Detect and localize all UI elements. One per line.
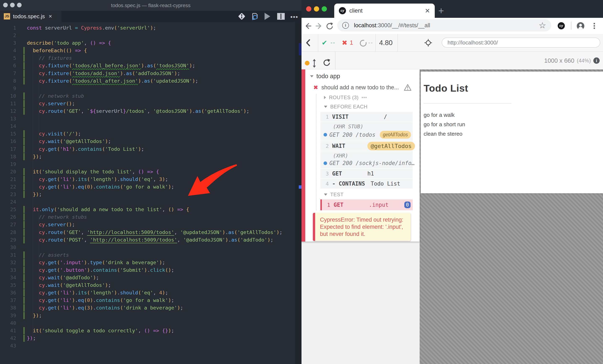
code-line[interactable]: 14 bbox=[0, 123, 295, 130]
test-section[interactable]: TEST bbox=[316, 191, 420, 198]
traffic-light-close-icon[interactable] bbox=[306, 6, 311, 11]
code-editor[interactable]: 1const serverUrl = Cypress.env('serverUr… bbox=[0, 24, 295, 350]
caret-right-icon[interactable] bbox=[324, 96, 326, 99]
code-line[interactable]: 38 cy.get('li').eq(3).contains('drink a … bbox=[0, 304, 295, 312]
bookmark-star-icon[interactable]: ☆ bbox=[539, 21, 546, 30]
editor-scrollbar-gutter[interactable] bbox=[295, 22, 302, 364]
split-editor-icon[interactable] bbox=[277, 12, 285, 21]
failed-command-row[interactable]: 1GET.input0 bbox=[320, 199, 413, 210]
caret-down-icon[interactable] bbox=[310, 75, 313, 77]
code-line[interactable]: 19 bbox=[0, 160, 295, 168]
selector-playground-icon[interactable] bbox=[424, 39, 432, 46]
code-line[interactable]: 42}); bbox=[0, 334, 295, 342]
code-line[interactable]: 39 }); bbox=[0, 312, 295, 319]
cypress-extension-icon[interactable]: cy bbox=[558, 22, 565, 29]
code-line[interactable]: 16 cy.wait('@getAllTodos'); bbox=[0, 137, 295, 145]
warning-icon[interactable] bbox=[404, 84, 412, 91]
xhr-row[interactable]: (XHR)GET 200 /sockjs-node/info… bbox=[320, 151, 413, 169]
browser-menu-icon[interactable] bbox=[593, 22, 595, 30]
browser-tab-client[interactable]: cy client ✕ bbox=[334, 4, 435, 18]
code-line[interactable]: 18 }); bbox=[0, 153, 295, 160]
restart-tests-icon[interactable] bbox=[323, 59, 331, 67]
code-line[interactable]: 8 cy.fixture('todos/all_after.json').as(… bbox=[0, 77, 295, 85]
xhr-row[interactable]: (XHR STUB)GET 200 /todosgetAllTodos bbox=[320, 122, 413, 141]
viewport-info-icon[interactable]: i bbox=[593, 57, 600, 64]
code-line[interactable]: 23 }); bbox=[0, 191, 295, 198]
code-line[interactable]: 28 cy.route('GET', 'http://localhost:500… bbox=[0, 228, 295, 236]
code-line[interactable]: 29 cy.route('POST', 'http://localhost:50… bbox=[0, 236, 295, 244]
code-line[interactable]: 30 bbox=[0, 244, 295, 251]
code-line[interactable]: 5 // fixtures bbox=[0, 54, 295, 62]
code-line[interactable]: 40 bbox=[0, 319, 295, 327]
command-row[interactable]: 4- CONTAINS Todo List bbox=[320, 179, 413, 189]
url-text[interactable]: localhost:3000/__/#/tests/__all bbox=[354, 22, 430, 29]
traffic-light-minimize-icon[interactable] bbox=[314, 6, 319, 11]
run-icon[interactable] bbox=[264, 12, 271, 21]
editor-tab-todos-spec[interactable]: JS todos.spec.js × bbox=[0, 11, 61, 22]
code-line[interactable]: 33 cy.get('.button').contains('Submit').… bbox=[0, 266, 295, 274]
source-control-icon[interactable] bbox=[238, 12, 246, 21]
code-line[interactable]: 15 cy.visit('/'); bbox=[0, 130, 295, 137]
code-line[interactable]: 6 cy.fixture('todos/all_before.json').as… bbox=[0, 62, 295, 69]
caret-down-icon[interactable] bbox=[324, 193, 327, 196]
todo-item[interactable]: clean the stereo bbox=[424, 129, 603, 139]
code-line[interactable]: 2 bbox=[0, 32, 295, 39]
code-line[interactable]: 34 cy.wait('@addTodo'); bbox=[0, 274, 295, 281]
close-icon[interactable]: ✕ bbox=[425, 7, 430, 14]
code-line[interactable]: 12 cy.route('GET', `${serverUrl}/todos`,… bbox=[0, 107, 295, 115]
search-editor-icon[interactable] bbox=[250, 12, 259, 21]
viewport-scale-icon[interactable] bbox=[312, 59, 317, 68]
page-info-icon[interactable]: i bbox=[342, 22, 349, 29]
code-token: . bbox=[141, 78, 144, 84]
code-line[interactable]: 7 cy.fixture('todos/add.json').as('addTo… bbox=[0, 70, 295, 77]
code-line[interactable]: 25 it.only('should add a new todo to the… bbox=[0, 206, 295, 213]
command-row[interactable]: 2WAIT@getAllTodos bbox=[320, 141, 413, 151]
code-line[interactable]: 3describe('todo app', () => { bbox=[0, 39, 295, 47]
code-line[interactable]: 11 cy.server(); bbox=[0, 100, 295, 107]
todo-item[interactable]: go for a short run bbox=[424, 120, 603, 129]
code-line[interactable]: 17 cy.get('h1').contains('Todo List'); bbox=[0, 145, 295, 153]
code-line[interactable]: 36 cy.get('li').its('length').should('eq… bbox=[0, 289, 295, 296]
code-token: . bbox=[45, 222, 48, 228]
code-line[interactable]: 20 it('should display the todo list', ()… bbox=[0, 168, 295, 175]
code-line[interactable]: 4 beforeEach(() => { bbox=[0, 47, 295, 54]
code-line[interactable]: 27 cy.server(); bbox=[0, 221, 295, 228]
code-line[interactable]: 24 bbox=[0, 198, 295, 206]
forward-icon[interactable] bbox=[315, 22, 323, 30]
close-icon[interactable]: × bbox=[49, 13, 52, 20]
failed-test-row[interactable]: ✖ should add a new todo to the... bbox=[313, 84, 412, 91]
profile-avatar-icon[interactable] bbox=[577, 22, 584, 30]
aut-url-input[interactable]: http://localhost:3000/ bbox=[442, 37, 600, 48]
code-line[interactable]: 35 cy.wait('@getAllTodos'); bbox=[0, 281, 295, 289]
code-line[interactable]: 26 // network stubs bbox=[0, 213, 295, 221]
caret-down-icon[interactable] bbox=[324, 106, 327, 108]
more-icon[interactable]: ••• bbox=[361, 95, 367, 100]
new-tab-icon[interactable]: + bbox=[438, 6, 444, 15]
traffic-light-zoom-icon[interactable] bbox=[322, 6, 327, 11]
line-number: 2 bbox=[0, 32, 16, 39]
more-actions-icon[interactable]: ••• bbox=[290, 13, 298, 21]
code-token: . bbox=[75, 184, 78, 190]
address-bar[interactable]: i localhost:3000/__/#/tests/__all ☆ bbox=[337, 19, 551, 32]
code-line[interactable]: 9 bbox=[0, 85, 295, 92]
code-line[interactable]: 10 // network stub bbox=[0, 92, 295, 100]
code-line[interactable]: 22 cy.get('li').eq(0).contains('go for a… bbox=[0, 183, 295, 191]
routes-section[interactable]: ROUTES (3) ••• bbox=[316, 94, 420, 101]
before-each-section[interactable]: BEFORE EACH bbox=[316, 103, 420, 110]
code-line[interactable]: 21 cy.get('li').its('length').should('eq… bbox=[0, 175, 295, 183]
command-row[interactable]: 3GETh1 bbox=[320, 169, 413, 179]
code-line[interactable]: 32 cy.get('.input').type('drink a bevera… bbox=[0, 259, 295, 266]
code-line[interactable]: 37 cy.get('li').eq(0).contains('go for a… bbox=[0, 296, 295, 304]
code-line[interactable]: 1const serverUrl = Cypress.env('serverUr… bbox=[0, 24, 295, 32]
code-line[interactable]: 31 // asserts bbox=[0, 251, 295, 259]
suite-todo-app[interactable]: todo app bbox=[310, 73, 420, 80]
code-line[interactable]: 13 bbox=[0, 115, 295, 123]
command-row[interactable]: 1VISIT / bbox=[320, 112, 413, 122]
todo-item[interactable]: go for a walk bbox=[424, 110, 603, 120]
back-icon[interactable] bbox=[304, 22, 312, 30]
code-line[interactable]: 43 bbox=[0, 342, 295, 350]
reload-icon[interactable] bbox=[325, 22, 334, 30]
code-line[interactable]: 41 it('should toggle a todo correctly', … bbox=[0, 327, 295, 334]
error-message[interactable]: CypressError: Timed out retrying: Expect… bbox=[313, 213, 411, 241]
back-chevron-icon[interactable] bbox=[305, 39, 311, 46]
